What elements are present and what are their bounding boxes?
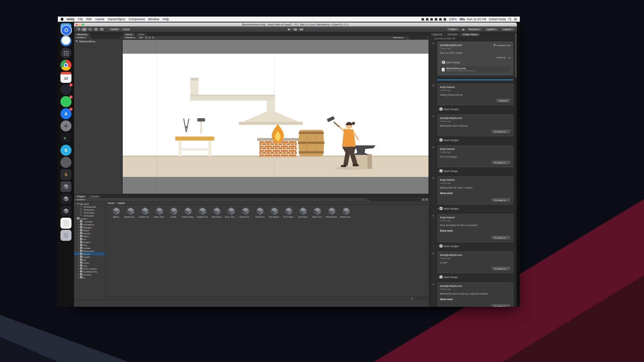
show-more-link[interactable]: Show more	[440, 192, 453, 194]
dock-skype[interactable]: S	[60, 145, 71, 156]
asset-blacksmithery[interactable]: Blacksmithery	[123, 207, 137, 221]
menu-help[interactable]: Help	[162, 17, 169, 21]
tree-item-me[interactable]: ▸me	[74, 238, 105, 240]
asset-the-kraken[interactable]: The Kraken	[281, 207, 295, 221]
window-titlebar[interactable]: Blacksmithery.unity - Burly Man at Saas2…	[74, 22, 517, 27]
dock-textedit[interactable]	[60, 218, 71, 229]
go-back-to-button[interactable]: Go back to...	[491, 266, 511, 271]
tab-game[interactable]: Game	[135, 33, 147, 36]
tab-collab-history[interactable]: Collab History	[460, 33, 480, 36]
tab-project[interactable]: Project	[74, 195, 87, 198]
asset-the-dojang[interactable]: The Dojang	[267, 207, 281, 221]
project-create-button[interactable]: Create	[75, 198, 87, 201]
dock-terminal[interactable]: >_	[60, 133, 71, 144]
asset-room-template[interactable]: Room Template	[224, 207, 238, 221]
tree-item-flame[interactable]: ▸flame	[74, 235, 105, 238]
asset-changes-expander[interactable]: ▸1Asset change	[437, 275, 513, 278]
asset-main-menu[interactable]: Main Menu	[210, 207, 224, 221]
dock-sublime-text[interactable]: S	[60, 169, 71, 180]
bluetooth-icon[interactable]	[435, 18, 437, 21]
tree-item-scripts[interactable]: ▸scripts	[74, 255, 105, 258]
asset-splash-screen[interactable]: Splash Screen	[238, 207, 252, 221]
hierarchy-search-input[interactable]	[88, 36, 121, 39]
tree-item-png[interactable]: ▸png	[74, 243, 105, 246]
scene-search-input[interactable]	[406, 36, 428, 39]
tree-item-all-models[interactable]: All Models	[74, 208, 105, 211]
tree-item-mockup[interactable]: ▸_mockup	[74, 220, 105, 223]
breadcrumb-assets[interactable]: Assets	[108, 202, 115, 204]
effects-toggle-icon[interactable]	[152, 36, 154, 39]
tree-item-all-materials[interactable]: All Materials	[74, 205, 105, 208]
hand-tool-button[interactable]	[76, 27, 81, 32]
spotlight-icon[interactable]	[508, 18, 511, 21]
tree-item-svg-importer[interactable]: ▸SVG Importer	[74, 267, 105, 270]
move-tool-button[interactable]	[81, 27, 87, 32]
dock-chrome[interactable]	[60, 60, 71, 71]
breadcrumb-rooms[interactable]: rooms	[118, 202, 125, 204]
airplay-icon[interactable]	[421, 18, 424, 21]
wifi-icon[interactable]	[439, 18, 442, 21]
dock-calendar[interactable]: 13	[60, 72, 71, 83]
dock-app-store[interactable]: A9	[60, 108, 71, 119]
audio-toggle-icon[interactable]	[148, 36, 151, 39]
asset-troll-island[interactable]: Troll Island	[296, 207, 310, 221]
tree-item-editor[interactable]: ▸Editor	[74, 229, 105, 232]
tree-item-plugins[interactable]: ▸plugins	[74, 240, 105, 243]
menu-assets[interactable]: Assets	[95, 17, 105, 21]
dock-unity-editor-2[interactable]	[60, 205, 71, 217]
rotation-button[interactable]: Local	[121, 27, 132, 32]
cloud-icon[interactable]: ☁	[462, 28, 465, 31]
account-dropdown[interactable]: Account	[466, 27, 483, 32]
tab-scene[interactable]: Scene	[123, 33, 135, 36]
scrollbar-thumb[interactable]	[515, 33, 517, 77]
menubar-user[interactable]: Suhail Dutta	[489, 17, 506, 21]
tree-item-ui[interactable]: ▸ui	[74, 276, 105, 279]
volume-icon[interactable]	[444, 18, 446, 21]
asset-huddle-zone[interactable]: Huddle Zone	[195, 207, 209, 221]
go-back-to-button[interactable]: Go back to...	[491, 304, 511, 307]
menu-window[interactable]: Window	[148, 17, 159, 21]
tab-console[interactable]: Console	[87, 195, 101, 198]
tree-item-all-prefabs[interactable]: All Prefabs	[74, 211, 105, 214]
changed-file[interactable]: Blacksmithery.unityAssets/rooms/Blacksmi…	[440, 66, 511, 73]
asset-changes-expander[interactable]: ▸1Asset change	[437, 169, 513, 172]
pivot-button[interactable]: Center	[108, 27, 121, 32]
menu-file[interactable]: File	[78, 17, 83, 21]
apple-menu-icon[interactable]	[61, 18, 63, 21]
dock-phone[interactable]: 12	[60, 96, 71, 107]
go-back-to-button[interactable]: Go back to...	[491, 198, 511, 203]
step-button[interactable]	[298, 27, 305, 32]
tab-services[interactable]: Services	[445, 33, 460, 36]
search-by-label-icon[interactable]	[426, 198, 428, 201]
parallels-icon[interactable]	[430, 18, 433, 21]
collab-scrollbar[interactable]	[515, 32, 517, 307]
notification-center-icon[interactable]	[514, 18, 517, 20]
menu-edit[interactable]: Edit	[86, 17, 92, 21]
tree-item-resources[interactable]: ▸Resources	[74, 249, 105, 252]
tree-item-favorites[interactable]: ▾★Favorites	[74, 202, 105, 205]
layers-dropdown[interactable]: Layers	[484, 27, 499, 32]
asset-bakery[interactable]: Bakery	[109, 207, 123, 221]
hierarchy-create-button[interactable]: Create	[75, 36, 87, 39]
play-button[interactable]	[286, 27, 292, 32]
restore-button[interactable]: Restore	[496, 98, 511, 103]
asset-whale-interior[interactable]: Whale Interior	[339, 207, 353, 221]
menu-component[interactable]: Component	[129, 17, 145, 21]
dock-unity-editor[interactable]	[60, 193, 71, 204]
tree-item-styles[interactable]: ▸styles	[74, 261, 105, 264]
tree-item-animations[interactable]: ▸animations	[74, 223, 105, 226]
go-back-to-button[interactable]: Go back to...	[491, 160, 511, 165]
tree-item-sfx[interactable]: ▸sfx	[74, 258, 105, 261]
2d-toggle[interactable]: 2D	[138, 36, 144, 39]
go-back-to-button[interactable]: Go back to...	[491, 129, 511, 134]
rect-tool-button[interactable]	[99, 27, 105, 32]
pause-button[interactable]	[292, 27, 298, 32]
tree-item-assets[interactable]: ▾Assets	[74, 217, 105, 220]
gizmos-dropdown[interactable]: Gizmos	[392, 36, 405, 39]
dock-quicktime[interactable]	[61, 25, 72, 36]
tree-item-dialogue[interactable]: ▸dialogue	[74, 226, 105, 229]
go-back-to-button[interactable]: Go back to...	[491, 235, 511, 240]
asset-whale-watch[interactable]: Whale Watch	[325, 207, 339, 221]
dropbox-icon[interactable]	[426, 18, 428, 21]
scene-viewport[interactable]	[122, 39, 429, 194]
